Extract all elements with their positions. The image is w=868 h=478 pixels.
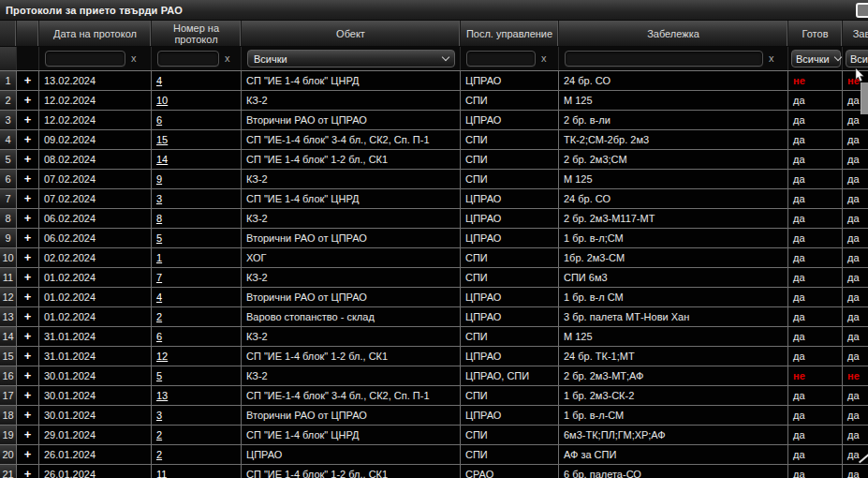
table-row: 8+06.02.20248КЗ-2ЦПРАО2 бр. 2м3-М117-МТд… [0,209,868,229]
header-completed[interactable]: Зав [843,21,868,46]
row-number: 12 [0,288,17,306]
filter-ready-cell: Всички [788,47,843,70]
header-object[interactable]: Обект [242,21,461,46]
protocol-number-link[interactable]: 2 [156,429,162,441]
expand-row-button[interactable]: + [17,386,39,405]
expand-row-button[interactable]: + [17,445,39,464]
completed-filter-select[interactable]: Всички [846,50,868,67]
protocol-number-cell: 2 [152,307,242,326]
date-cell: 01.02.2024 [39,307,152,326]
header-date[interactable]: Дата на протокол [39,21,152,46]
expand-row-button[interactable]: + [17,130,39,149]
protocol-number-link[interactable]: 7 [156,272,162,283]
expand-row-button[interactable]: + [17,347,39,366]
titlebar-corner-icon[interactable] [856,3,868,18]
header-ready[interactable]: Готов [788,21,843,46]
protocol-number-link[interactable]: 2 [156,311,162,322]
header-number[interactable]: Номер на протокол [152,21,242,46]
protocol-number-cell: 5 [152,366,242,385]
protocol-number-link[interactable]: 11 [156,469,167,478]
ready-cell: да [788,386,843,405]
expand-row-button[interactable]: + [17,268,39,287]
completed-cell: да [843,288,868,306]
ready-cell: да [788,426,843,444]
management-filter-input[interactable] [466,51,536,67]
expand-row-button[interactable]: + [17,327,39,346]
expand-row-button[interactable]: + [17,229,39,247]
row-number: 17 [0,386,17,405]
expand-row-button[interactable]: + [17,366,39,385]
protocol-number-link[interactable]: 2 [156,449,162,460]
management-cell: ЦПРАО [461,111,559,129]
protocol-number-link[interactable]: 12 [156,351,168,362]
protocol-number-link[interactable]: 8 [156,213,162,224]
protocol-number-link[interactable]: 10 [156,95,168,106]
date-filter-input[interactable] [45,51,125,67]
date-filter-clear-icon[interactable]: x [130,51,138,67]
protocol-number-link[interactable]: 1 [156,252,162,263]
expand-row-button[interactable]: + [17,288,39,306]
date-cell: 01.02.2024 [39,288,152,306]
protocol-number-link[interactable]: 6 [156,114,162,126]
expand-row-button[interactable]: + [17,111,39,129]
expand-row-button[interactable]: + [17,406,39,425]
completed-cell: да [843,426,868,444]
management-cell: СПИ [461,426,559,444]
note-filter-input[interactable] [565,51,763,67]
ready-filter-select[interactable]: Всички [791,50,841,67]
protocol-number-link[interactable]: 5 [156,370,162,381]
protocol-number-link[interactable]: 4 [156,75,162,86]
expand-row-button[interactable]: + [17,150,39,169]
note-filter-clear-icon[interactable]: x [768,51,775,67]
completed-cell: да [843,209,868,228]
expand-row-button[interactable]: + [17,248,39,267]
note-cell: АФ за СПИ [559,445,788,464]
management-filter-clear-icon[interactable]: x [540,51,548,67]
protocol-number-link[interactable]: 3 [156,193,162,204]
completed-cell: да [843,465,868,478]
object-cell: Вторични РАО от ЦПРАО [242,288,461,306]
protocol-number-link[interactable]: 5 [156,232,162,244]
expand-row-button[interactable]: + [17,189,39,208]
expand-row-button[interactable]: + [17,465,39,478]
object-cell: КЗ-2 [242,209,461,228]
expand-row-button[interactable]: + [17,71,39,90]
expand-row-button[interactable]: + [17,209,39,228]
protocol-number-link[interactable]: 15 [156,134,168,145]
filter-row: x x Всички x x Всички Вс [0,47,868,71]
filter-expand [17,47,39,70]
protocol-number-link[interactable]: 9 [156,173,162,185]
table-row: 18+30.01.20243Вторични РАО от ЦПРАОЦПРАО… [0,406,868,426]
ready-cell: да [788,130,843,149]
plus-icon: + [24,290,32,304]
object-cell: ЦПРАО [242,445,461,464]
scrollbar-thumb[interactable] [861,82,868,114]
filter-number-cell: x [152,47,242,70]
object-cell: ХОГ [242,248,461,267]
protocol-number-link[interactable]: 13 [156,390,168,401]
date-cell: 31.01.2024 [39,327,152,346]
table-row: 19+29.01.20242СП "ИЕ 1-4 блок" ЦНРДСПИ6м… [0,426,868,445]
note-cell: 6м3-ТК;ПЛ;ГМ;ХР;АФ [559,426,788,444]
protocol-number-link[interactable]: 4 [156,291,162,303]
expand-row-button[interactable]: + [17,170,39,188]
protocol-number-link[interactable]: 3 [156,410,162,421]
ready-cell: да [788,288,843,306]
object-filter-select[interactable]: Всички [247,50,455,67]
table-row: 4+09.02.202415СП "ИЕ-1-4 блок" 3-4 бл., … [0,130,868,150]
object-cell: СП "ИЕ 1-4 блок" ЦНРД [242,189,461,208]
ready-cell: да [788,150,843,169]
filter-object-cell: Всички [242,47,461,70]
protocol-number-link[interactable]: 14 [156,154,168,165]
number-filter-clear-icon[interactable]: x [224,51,231,67]
ready-cell: да [788,229,843,247]
number-filter-input[interactable] [157,51,219,67]
header-note[interactable]: Забележка [559,21,788,46]
row-number: 16 [0,366,17,385]
expand-row-button[interactable]: + [17,307,39,326]
expand-row-button[interactable]: + [17,91,39,110]
expand-row-button[interactable]: + [17,426,39,444]
completed-cell: да [843,406,868,425]
protocol-number-link[interactable]: 6 [156,331,162,342]
header-management[interactable]: Посл. управление [461,21,559,46]
